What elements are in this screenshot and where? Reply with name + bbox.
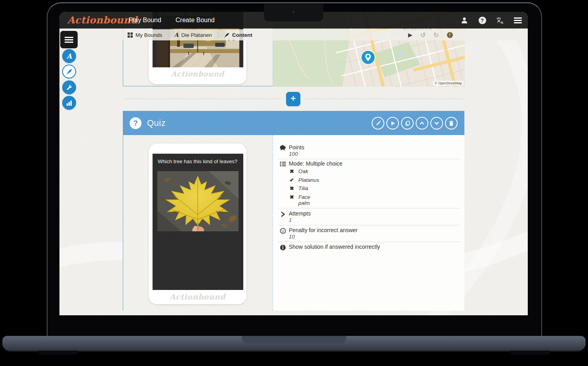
svg-text:A: A: [501, 20, 504, 24]
menu-button[interactable]: [514, 16, 522, 24]
translate-icon: A: [496, 17, 504, 24]
trash-icon: [449, 120, 454, 126]
quiz-type-icon: ?: [130, 117, 141, 129]
nav-play-bound[interactable]: Play Bound: [129, 12, 161, 29]
help-icon: ?: [479, 17, 486, 24]
leaf-photo: [157, 171, 239, 231]
breadcrumb-my-bounds[interactable]: My Bounds: [128, 32, 162, 38]
separator: [278, 159, 460, 159]
language-button[interactable]: A: [496, 16, 504, 24]
points-label: Points: [289, 144, 304, 151]
help-button[interactable]: ?: [478, 16, 486, 24]
info-icon: [279, 244, 286, 251]
user-icon: [461, 17, 468, 24]
chevron-down-icon: [434, 120, 439, 126]
mode-label: Mode: Multiple choice: [289, 160, 342, 167]
penalty-smiley-icon: [279, 227, 286, 234]
feather-icon: [224, 32, 229, 38]
undo-button[interactable]: ↺: [420, 31, 426, 39]
grid-icon: [128, 32, 133, 38]
sidebar-item-settings[interactable]: [62, 80, 76, 94]
browser-viewport: ein beliebter Alleebaum.: [59, 12, 528, 315]
solution-label: Show solution if answered incorrectly: [289, 244, 380, 250]
attempts-value: 1: [289, 217, 292, 223]
hamburger-icon: [65, 37, 73, 43]
points-piggybank-icon: [279, 144, 286, 151]
option-mark-icon: ✖: [290, 168, 294, 174]
map-attribution: © OpenStreetMap: [433, 81, 464, 86]
actionbound-watermark: Actionbound: [149, 70, 246, 78]
actionbound-logo[interactable]: Actionbound: [67, 12, 137, 29]
option-label: Oak: [298, 168, 308, 174]
edit-button[interactable]: [372, 117, 384, 130]
breadcrumb: My Bounds A Die Platanen Con: [59, 29, 528, 40]
delete-button[interactable]: [445, 117, 458, 130]
points-value: 100: [289, 151, 298, 157]
sidebar-item-bound[interactable]: A: [62, 49, 76, 63]
separator: [278, 242, 460, 242]
penalty-label: Penalty for incorrect answer: [289, 227, 358, 233]
camera-icon: [292, 11, 294, 13]
pencil-icon: [375, 120, 381, 126]
actionbound-a-icon: A: [174, 32, 179, 38]
option-label: Platanus: [298, 177, 319, 183]
attempts-label: Attempts: [289, 210, 311, 217]
duplicate-button[interactable]: [401, 117, 414, 130]
feather-icon: [66, 68, 73, 75]
divider-line: [304, 99, 464, 99]
sidebar-item-content[interactable]: [62, 65, 76, 78]
chevron-separator-icon: [167, 31, 170, 39]
quiz-question-text: Which tree has this kind of leaves?: [158, 158, 237, 164]
option-mark-icon: ✖: [290, 185, 294, 191]
quiz-settings-column: Points 100 Mode: Multiple choice: [273, 135, 464, 311]
move-up-button[interactable]: [416, 117, 428, 130]
quiz-preview-column: Which tree has this kind of leaves?: [123, 135, 273, 311]
chevron-separator-icon: [216, 31, 220, 39]
quiz-card-header: ? Quiz: [123, 111, 464, 135]
wrench-icon: [66, 84, 73, 91]
move-down-button[interactable]: [430, 117, 443, 130]
laptop-notch: [264, 4, 323, 21]
laptop-foot: [38, 351, 78, 355]
phone-screen: Which tree has this kind of leaves?: [153, 154, 243, 290]
laptop-base: [2, 336, 586, 352]
map-pin-icon[interactable]: [360, 50, 376, 65]
user-account-button[interactable]: [460, 16, 468, 24]
mode-list-icon: [279, 160, 286, 167]
option-label: Face palm: [298, 194, 310, 206]
actionbound-a-icon: A: [67, 52, 72, 60]
sidebar-menu-button[interactable]: [60, 31, 78, 48]
sidebar-item-results[interactable]: [62, 96, 76, 110]
test-play-button[interactable]: ▶: [408, 32, 412, 38]
element-card-quiz: ? Quiz: [123, 111, 464, 311]
option-mark-icon: ✖: [290, 194, 294, 200]
chevron-up-icon: [419, 120, 425, 126]
card-divider: [273, 135, 273, 310]
actionbound-watermark: Actionbound: [149, 292, 246, 301]
phone-preview-quiz: Which tree has this kind of leaves?: [148, 143, 247, 305]
preview-button[interactable]: [386, 117, 399, 130]
separator: [278, 225, 460, 225]
redo-button[interactable]: ↻: [433, 31, 439, 39]
laptop-screen-bezel: ein beliebter Alleebaum.: [47, 2, 542, 337]
alert-status-icon[interactable]: !: [447, 32, 453, 38]
add-element-button[interactable]: +: [286, 92, 300, 106]
separator: [278, 208, 460, 208]
option-label: Tilia: [298, 185, 308, 191]
laptop-base-notch: [242, 336, 346, 343]
play-icon: [390, 121, 395, 126]
breadcrumb-bound-name[interactable]: A Die Platanen: [174, 32, 212, 38]
breadcrumb-content[interactable]: Content: [224, 32, 252, 38]
bar-chart-icon: [66, 100, 72, 106]
divider-line: [123, 99, 282, 99]
quiz-title: Quiz: [147, 111, 166, 135]
laptop-foot: [510, 351, 550, 355]
attempts-chevron-icon: [279, 211, 286, 217]
option-mark-icon: ✔: [290, 177, 294, 183]
penalty-value: 10: [289, 234, 295, 240]
nav-create-bound[interactable]: Create Bound: [176, 12, 215, 29]
copy-icon: [405, 120, 410, 126]
